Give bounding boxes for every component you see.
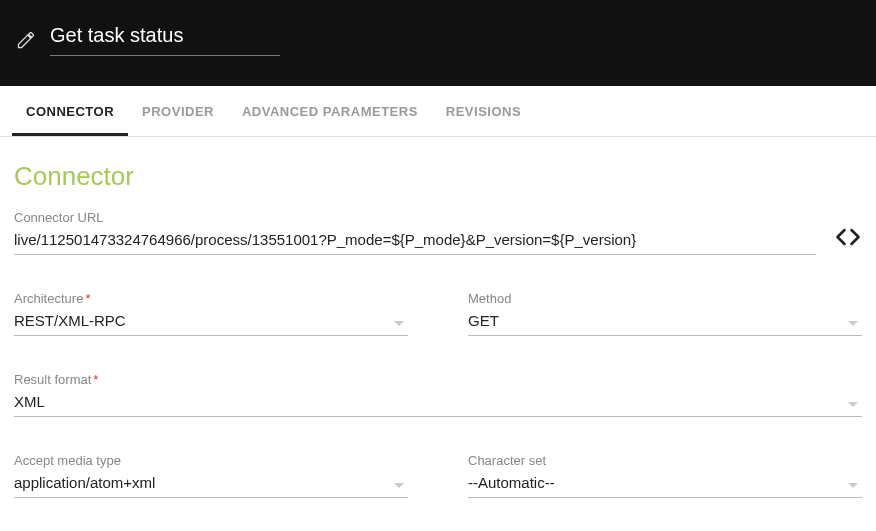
architecture-label: Architecture* [14,291,408,306]
edit-icon[interactable] [16,30,36,50]
character-set-value[interactable]: --Automatic-- [468,470,862,498]
accept-media-type-value[interactable]: application/atom+xml [14,470,408,498]
accept-media-type-label: Accept media type [14,453,408,468]
tab-provider[interactable]: PROVIDER [128,86,228,136]
chevron-down-icon[interactable] [394,321,404,326]
code-icon[interactable] [834,223,862,251]
tab-revisions[interactable]: REVISIONS [432,86,535,136]
connector-url-label: Connector URL [14,210,816,225]
chevron-down-icon[interactable] [848,321,858,326]
header-bar: Get task status [0,0,876,86]
result-format-field[interactable]: Result format* XML [14,372,862,417]
result-format-label-text: Result format [14,372,91,387]
character-set-label: Character set [468,453,862,468]
chevron-down-icon[interactable] [848,402,858,407]
connector-url-field[interactable]: Connector URL live/112501473324764966/pr… [14,210,816,255]
connector-url-value[interactable]: live/112501473324764966/process/13551001… [14,227,816,255]
method-label: Method [468,291,862,306]
required-asterisk: * [85,291,90,306]
result-format-label: Result format* [14,372,862,387]
content-area: Connector Connector URL live/11250147332… [0,137,876,531]
architecture-value[interactable]: REST/XML-RPC [14,308,408,336]
character-set-field[interactable]: Character set --Automatic-- [468,453,862,498]
architecture-label-text: Architecture [14,291,83,306]
tab-advanced-parameters[interactable]: ADVANCED PARAMETERS [228,86,432,136]
section-title: Connector [14,161,862,192]
method-value[interactable]: GET [468,308,862,336]
required-asterisk: * [93,372,98,387]
chevron-down-icon[interactable] [848,483,858,488]
tabs-bar: CONNECTOR PROVIDER ADVANCED PARAMETERS R… [0,86,876,137]
architecture-field[interactable]: Architecture* REST/XML-RPC [14,291,408,336]
page-title[interactable]: Get task status [50,24,280,56]
chevron-down-icon[interactable] [394,483,404,488]
result-format-value[interactable]: XML [14,389,862,417]
method-field[interactable]: Method GET [468,291,862,336]
accept-media-type-field[interactable]: Accept media type application/atom+xml [14,453,408,498]
tab-connector[interactable]: CONNECTOR [12,86,128,136]
